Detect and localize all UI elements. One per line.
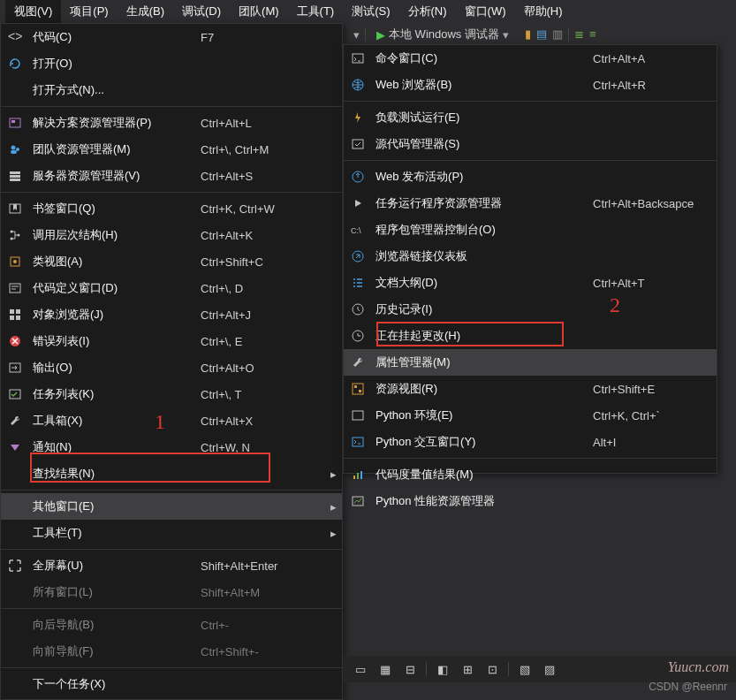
svg-rect-18 xyxy=(10,309,14,314)
panel-icon[interactable]: ⊞ xyxy=(459,660,476,678)
menu-调试[interactable]: 调试(D) xyxy=(173,0,230,23)
open-icon xyxy=(1,57,29,71)
panel-icon[interactable]: ▭ xyxy=(352,660,369,678)
menuitem-浏览器链接仪表板[interactable]: 浏览器链接仪表板 xyxy=(344,243,717,270)
menuitem-向后导航b[interactable]: 向后导航(B)Ctrl+- xyxy=(1,612,342,638)
web-icon xyxy=(344,78,372,92)
annotation-number-1: 1 xyxy=(155,410,165,434)
menuitem-团队资源管理器m[interactable]: 团队资源管理器(M)Ctrl+\, Ctrl+M xyxy=(1,136,342,163)
menu-窗口[interactable]: 窗口(W) xyxy=(456,0,515,23)
menuitem-label: 程序包管理器控制台(O) xyxy=(372,222,593,238)
other-windows-submenu: 命令窗口(C)Ctrl+Alt+AWeb 浏览器(B)Ctrl+Alt+R负载测… xyxy=(343,44,717,474)
menuitem-shortcut: Ctrl+Alt+A xyxy=(593,52,717,65)
menuitem-代码c[interactable]: <>代码(C)F7 xyxy=(1,24,342,50)
menuitem-python性能资源管理器[interactable]: Python 性能资源管理器 xyxy=(344,488,717,514)
tool-icon-2[interactable]: ▤ xyxy=(536,27,547,42)
menuitem-python环境e[interactable]: Python 环境(E)Ctrl+K, Ctrl+` xyxy=(344,402,717,429)
menuitem-打开o[interactable]: 打开(O) xyxy=(1,50,342,77)
menuitem-代码定义窗口d[interactable]: 代码定义窗口(D)Ctrl+\, D xyxy=(1,275,342,301)
menuitem-label: Web 发布活动(P) xyxy=(372,169,593,185)
menu-separator xyxy=(1,106,342,107)
menuitem-书签窗口q[interactable]: 书签窗口(Q)Ctrl+K, Ctrl+W xyxy=(1,195,342,222)
panel-icon[interactable]: ▧ xyxy=(516,660,534,678)
menuitem-shortcut: Ctrl+\, E xyxy=(201,335,324,348)
python-icon xyxy=(344,408,372,422)
menuitem-任务运行程序资源管理器[interactable]: 任务运行程序资源管理器Ctrl+Alt+Backsapce xyxy=(344,190,717,217)
dropdown-icon[interactable]: ▾ xyxy=(353,28,360,42)
menuitem-label: 任务运行程序资源管理器 xyxy=(372,195,593,211)
menu-工具[interactable]: 工具(T) xyxy=(288,0,344,23)
menu-帮助[interactable]: 帮助(H) xyxy=(515,0,572,23)
menuitem-通知n[interactable]: 通知(N)Ctrl+W, N xyxy=(1,434,342,460)
menu-生成[interactable]: 生成(B) xyxy=(118,0,173,23)
menuitem-label: 源代码管理器(S) xyxy=(372,136,593,152)
menuitem-负载测试运行e[interactable]: 负载测试运行(E) xyxy=(344,104,717,131)
tool-icon-4[interactable]: ≣ xyxy=(574,27,584,42)
menuitem-python交互窗口y[interactable]: Python 交互窗口(Y)Alt+I xyxy=(344,429,717,455)
menuitem-所有窗口l[interactable]: 所有窗口(L)Shift+Alt+M xyxy=(1,579,342,605)
menuitem-全屏幕u[interactable]: 全屏幕(U)Shift+Alt+Enter xyxy=(1,552,342,579)
menuitem-源代码管理器s[interactable]: 源代码管理器(S) xyxy=(344,131,717,157)
source-icon xyxy=(344,137,372,151)
menuitem-程序包管理器控制台o[interactable]: C:\程序包管理器控制台(O) xyxy=(344,217,717,243)
tool-icon-1[interactable]: ▮ xyxy=(525,27,531,42)
menuitem-输出o[interactable]: 输出(O)Ctrl+Alt+O xyxy=(1,354,342,381)
pkg-icon: C:\ xyxy=(344,224,372,236)
menuitem-错误列表i[interactable]: 错误列表(I)Ctrl+\, E xyxy=(1,328,342,354)
panel-icon[interactable]: ⊟ xyxy=(401,660,419,678)
menuitem-web浏览器b[interactable]: Web 浏览器(B)Ctrl+Alt+R xyxy=(344,72,717,98)
menuitem-其他窗口e[interactable]: 其他窗口(E)▸ xyxy=(1,493,342,520)
menuitem-对象浏览器j[interactable]: 对象浏览器(J)Ctrl+Alt+J xyxy=(1,301,342,328)
menuitem-命令窗口c[interactable]: 命令窗口(C)Ctrl+Alt+A xyxy=(344,45,717,72)
menuitem-历史记录i[interactable]: 历史记录(I) xyxy=(344,296,717,323)
toolbox-icon xyxy=(1,414,29,428)
menuitem-打开方式n[interactable]: 打开方式(N)... xyxy=(1,77,342,103)
menuitem-label: 向后导航(B) xyxy=(29,617,201,633)
cmd-icon xyxy=(344,51,372,65)
menuitem-任务列表k[interactable]: 任务列表(K)Ctrl+\, T xyxy=(1,381,342,407)
panel-icon[interactable]: ▦ xyxy=(376,660,394,678)
outline-icon xyxy=(344,276,372,290)
menuitem-服务器资源管理器v[interactable]: 服务器资源管理器(V)Ctrl+Alt+S xyxy=(1,163,342,189)
menuitem-工具栏t[interactable]: 工具栏(T)▸ xyxy=(1,520,342,546)
panel-icon[interactable]: ◧ xyxy=(434,660,451,678)
menu-项目[interactable]: 项目(P) xyxy=(61,0,117,23)
menuitem-类视图a[interactable]: 类视图(A)Ctrl+Shift+C xyxy=(1,248,342,275)
menuitem-label: Python 性能资源管理器 xyxy=(372,493,593,509)
menuitem-文档大纲d[interactable]: 文档大纲(D)Ctrl+Alt+T xyxy=(344,270,717,296)
menuitem-向前导航f[interactable]: 向前导航(F)Ctrl+Shift+- xyxy=(1,638,342,665)
menuitem-shortcut: Ctrl+K, Ctrl+W xyxy=(201,202,324,216)
menuitem-代码度量值结果m[interactable]: 代码度量值结果(M) xyxy=(344,461,717,488)
menuitem-解决方案资源管理器p[interactable]: 解决方案资源管理器(P)Ctrl+Alt+L xyxy=(1,110,342,136)
notify-icon xyxy=(1,440,29,454)
menuitem-属性管理器m[interactable]: 属性管理器(M) xyxy=(344,349,717,376)
menu-视图[interactable]: 视图(V) xyxy=(5,0,61,23)
menuitem-下一个任务x[interactable]: 下一个任务(X) xyxy=(1,671,342,697)
svg-rect-37 xyxy=(353,438,363,446)
menuitem-查找结果n[interactable]: 查找结果(N)▸ xyxy=(1,460,342,487)
panel-icon[interactable]: ▨ xyxy=(541,660,558,678)
menuitem-正在挂起更改h[interactable]: 正在挂起更改(H) xyxy=(344,323,717,349)
menuitem-shortcut: Ctrl+Alt+O xyxy=(201,361,324,375)
menuitem-label: 任务列表(K) xyxy=(29,386,201,402)
codedef-icon xyxy=(1,281,29,295)
menu-团队[interactable]: 团队(M) xyxy=(230,0,288,23)
menuitem-资源视图r[interactable]: 资源视图(R)Ctrl+Shift+E xyxy=(344,376,717,402)
menuitem-调用层次结构h[interactable]: 调用层次结构(H)Ctrl+Alt+K xyxy=(1,222,342,248)
menuitem-label: 下一个任务(X) xyxy=(29,676,201,692)
menuitem-web发布活动p[interactable]: Web 发布活动(P) xyxy=(344,164,717,190)
panel-icon[interactable]: ⊡ xyxy=(483,660,501,678)
tool-icon-3[interactable]: ▥ xyxy=(552,27,563,42)
menu-分析[interactable]: 分析(N) xyxy=(399,0,456,23)
menuitem-shortcut: Ctrl+Alt+L xyxy=(201,117,324,130)
tool-icon-5[interactable]: ≡ xyxy=(589,27,596,42)
svg-rect-8 xyxy=(10,171,20,174)
menuitem-工具箱x[interactable]: 工具箱(X)Ctrl+Alt+X xyxy=(1,407,342,434)
start-debug-button[interactable]: ▶ 本地 Windows 调试器 ▾ xyxy=(371,27,514,42)
menubar: 视图(V)项目(P)生成(B)调试(D)团队(M)工具(T)测试(S)分析(N)… xyxy=(0,0,736,23)
menuitem-shortcut: Ctrl+- xyxy=(201,619,324,632)
svg-rect-10 xyxy=(10,179,20,181)
svg-rect-19 xyxy=(16,309,20,314)
menu-测试[interactable]: 测试(S) xyxy=(343,0,398,23)
menuitem-shortcut: Ctrl+Alt+T xyxy=(593,277,717,290)
